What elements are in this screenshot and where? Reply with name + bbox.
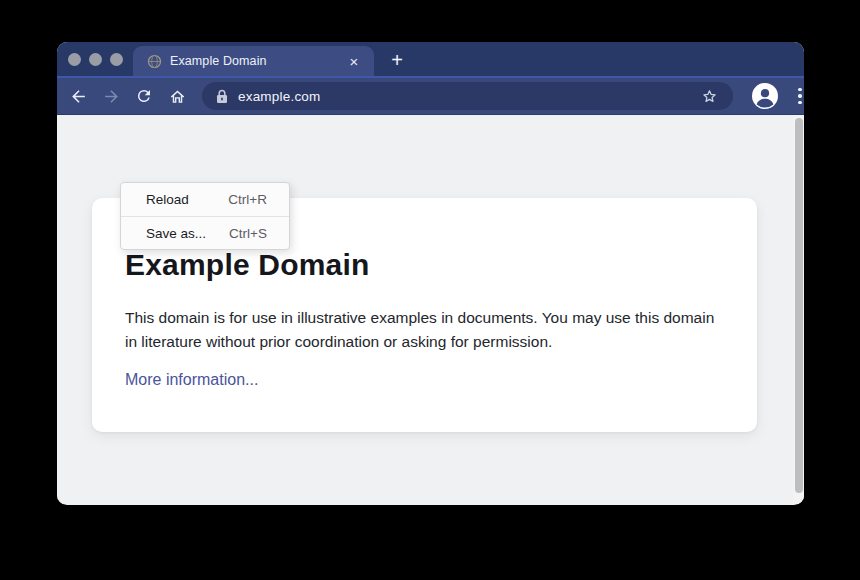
page-heading: Example Domain — [125, 248, 717, 282]
home-button[interactable] — [162, 81, 192, 111]
profile-button[interactable] — [752, 83, 778, 109]
scrollbar-track[interactable] — [793, 115, 804, 504]
window-close-button[interactable] — [68, 53, 81, 66]
desktop-background: Example Domain × + — [0, 0, 860, 580]
window-zoom-button[interactable] — [110, 53, 123, 66]
more-information-link[interactable]: More information... — [125, 371, 258, 389]
forward-arrow-icon — [102, 87, 121, 106]
browser-menu-button[interactable] — [789, 83, 804, 109]
url-text[interactable]: example.com — [238, 89, 692, 104]
page-body-text: This domain is for use in illustrative e… — [125, 306, 715, 354]
menu-item-shortcut: Ctrl+S — [229, 226, 267, 241]
scrollbar-thumb[interactable] — [795, 118, 803, 493]
home-icon — [168, 87, 187, 106]
profile-avatar-icon — [752, 83, 778, 109]
tab-strip: Example Domain × + — [57, 42, 804, 76]
menu-item-reload[interactable]: Reload Ctrl+R — [121, 183, 289, 216]
globe-favicon-icon — [147, 54, 162, 69]
lock-icon — [216, 89, 228, 104]
menu-item-shortcut: Ctrl+R — [228, 192, 267, 207]
reload-button[interactable] — [129, 81, 159, 111]
context-menu: Reload Ctrl+R Save as... Ctrl+S — [120, 182, 290, 250]
bookmark-star-button[interactable] — [700, 87, 719, 106]
tab-example-domain[interactable]: Example Domain × — [133, 46, 374, 76]
window-minimize-button[interactable] — [89, 53, 102, 66]
page-content: Example Domain This domain is for use in… — [57, 115, 804, 504]
address-bar[interactable]: example.com — [202, 82, 733, 110]
new-tab-button[interactable]: + — [383, 46, 411, 74]
back-arrow-icon — [69, 87, 88, 106]
toolbar: example.com — [57, 78, 804, 115]
tab-title: Example Domain — [170, 54, 346, 68]
menu-item-label: Reload — [146, 192, 189, 207]
menu-item-label: Save as... — [146, 226, 206, 241]
reload-icon — [135, 87, 153, 105]
menu-item-save-as[interactable]: Save as... Ctrl+S — [121, 216, 289, 249]
window-controls — [68, 53, 123, 66]
tab-close-icon[interactable]: × — [346, 53, 362, 69]
back-button[interactable] — [63, 81, 93, 111]
browser-window: Example Domain × + — [57, 42, 804, 505]
star-icon — [700, 87, 719, 106]
forward-button[interactable] — [96, 81, 126, 111]
kebab-menu-icon — [798, 88, 802, 92]
